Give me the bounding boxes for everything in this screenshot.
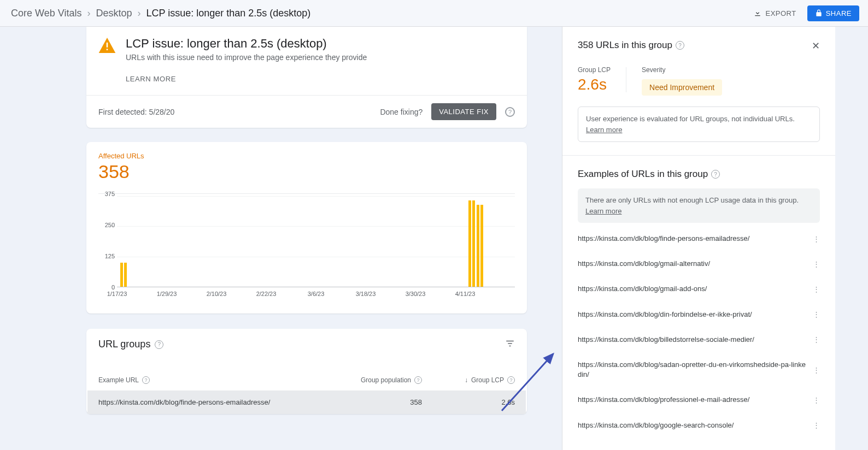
- url-group-row-url: https://kinsta.com/dk/blog/finde-persons…: [98, 398, 329, 406]
- more-icon[interactable]: ⋮: [812, 366, 820, 374]
- help-icon[interactable]: ?: [676, 41, 684, 50]
- filter-icon[interactable]: [505, 339, 515, 350]
- help-icon[interactable]: ?: [505, 107, 515, 117]
- details-panel-title: 358 URLs in this group ?: [578, 40, 684, 51]
- download-icon: [753, 9, 762, 17]
- example-url-text: https://kinsta.com/dk/blog/finde-persons…: [578, 234, 808, 244]
- example-url-row[interactable]: https://kinsta.com/dk/blog/professionel-…: [578, 387, 820, 412]
- affected-urls-count: 358: [98, 161, 515, 182]
- example-url-text: https://kinsta.com/dk/blog/din-forbindel…: [578, 310, 808, 319]
- help-icon[interactable]: ?: [142, 376, 150, 384]
- more-icon[interactable]: ⋮: [812, 285, 820, 293]
- details-panel: 358 URLs in this group ? ✕ Group LCP 2.6…: [562, 27, 835, 450]
- close-icon[interactable]: ✕: [812, 40, 820, 52]
- chart-plot: [117, 196, 515, 287]
- export-button[interactable]: EXPORT: [747, 5, 802, 21]
- top-actions: EXPORT SHARE: [747, 5, 859, 21]
- breadcrumbs: Core Web Vitals › Desktop › LCP issue: l…: [11, 8, 310, 19]
- warning-icon: [98, 38, 116, 83]
- issue-card: LCP issue: longer than 2.5s (desktop) UR…: [86, 27, 527, 128]
- details-metrics: Group LCP 2.6s Severity Need Improvement: [578, 66, 820, 96]
- help-icon[interactable]: ?: [414, 376, 422, 384]
- examples-section-title: Examples of URLs in this group ?: [578, 169, 820, 180]
- more-icon[interactable]: ⋮: [812, 335, 820, 344]
- example-url-text: https://kinsta.com/dk/blog/gmail-add-ons…: [578, 284, 808, 294]
- url-groups-card: URL groups ? Example URL ? Group populat…: [86, 329, 527, 414]
- more-icon[interactable]: ⋮: [812, 310, 820, 318]
- more-icon[interactable]: ⋮: [812, 235, 820, 243]
- chart-bar: [480, 205, 483, 287]
- more-icon[interactable]: ⋮: [812, 260, 820, 268]
- chart-y-axis: 0125250375: [98, 194, 117, 287]
- url-groups-title: URL groups ?: [98, 339, 163, 350]
- learn-more-link[interactable]: Learn more: [586, 126, 622, 134]
- chart-bar: [468, 200, 471, 287]
- url-group-row-lcp: 2.6s: [422, 398, 515, 406]
- learn-more-link[interactable]: LEARN MORE: [126, 75, 367, 83]
- learn-more-link[interactable]: Learn more: [585, 207, 621, 215]
- severity-metric: Severity Need Improvement: [642, 66, 722, 96]
- example-url-row[interactable]: https://kinsta.com/dk/blog/finde-persons…: [578, 226, 820, 251]
- group-lcp-value: 2.6s: [578, 76, 611, 93]
- example-url-text: https://kinsta.com/dk/blog/professionel-…: [578, 395, 808, 405]
- chart-bar: [120, 263, 123, 287]
- affected-urls-card: Affected URLs 358 0125250375 1/17/231/29…: [86, 142, 527, 313]
- metric-separator: [626, 67, 626, 92]
- url-group-row-pop: 358: [329, 398, 422, 406]
- example-url-row[interactable]: https://kinsta.com/dk/blog/gmail-add-ons…: [578, 276, 820, 301]
- main-column: LCP issue: longer than 2.5s (desktop) UR…: [35, 27, 527, 414]
- example-url-text: https://kinsta.com/dk/blog/sadan-oprette…: [578, 360, 808, 380]
- group-lcp-metric: Group LCP 2.6s: [578, 66, 611, 93]
- help-icon[interactable]: ?: [711, 170, 720, 179]
- more-icon[interactable]: ⋮: [812, 421, 820, 429]
- example-url-text: https://kinsta.com/dk/blog/gmail-alterna…: [578, 259, 808, 269]
- done-fixing-label: Done fixing?: [380, 108, 423, 116]
- share-button[interactable]: SHARE: [807, 5, 859, 21]
- usage-data-info-text: There are only URLs with not enough LCP …: [585, 196, 799, 204]
- issue-subtitle: URLs with this issue need to improve the…: [126, 53, 367, 62]
- svg-rect-1: [107, 49, 108, 50]
- example-url-row[interactable]: https://kinsta.com/dk/blog/din-forbindel…: [578, 302, 820, 327]
- affected-urls-chart: 0125250375 1/17/231/29/232/10/232/22/233…: [98, 193, 515, 303]
- sort-down-icon: ↓: [465, 376, 468, 384]
- col-example-url[interactable]: Example URL ?: [98, 376, 329, 384]
- main-scroll-area[interactable]: LCP issue: longer than 2.5s (desktop) UR…: [0, 27, 562, 450]
- col-example-url-label: Example URL: [98, 376, 139, 384]
- col-group-population-label: Group population: [361, 376, 411, 384]
- help-icon[interactable]: ?: [155, 340, 163, 349]
- validate-fix-button[interactable]: VALIDATE FIX: [431, 103, 496, 120]
- breadcrumb-desktop[interactable]: Desktop: [96, 8, 132, 19]
- col-group-population[interactable]: Group population ?: [329, 376, 422, 384]
- examples-section-title-text: Examples of URLs in this group: [578, 169, 708, 180]
- severity-label: Severity: [642, 66, 722, 74]
- first-detected-label: First detected: 5/28/20: [98, 108, 174, 116]
- breadcrumb-bar: Core Web Vitals › Desktop › LCP issue: l…: [0, 0, 868, 27]
- col-group-lcp[interactable]: ↓ Group LCP ?: [422, 376, 515, 384]
- example-url-row[interactable]: https://kinsta.com/dk/blog/billedstorrel…: [578, 327, 820, 352]
- issue-title: LCP issue: longer than 2.5s (desktop): [126, 37, 367, 51]
- example-url-row[interactable]: https://kinsta.com/dk/blog/gmail-alterna…: [578, 251, 820, 276]
- severity-badge: Need Improvement: [642, 79, 722, 96]
- chart-x-axis: 1/17/231/29/232/10/232/22/233/6/233/18/2…: [117, 291, 515, 303]
- chart-bar: [472, 200, 475, 287]
- breadcrumb-current: LCP issue: longer than 2.5s (desktop): [146, 8, 310, 19]
- svg-rect-0: [107, 43, 108, 48]
- group-lcp-label: Group LCP: [578, 66, 611, 74]
- more-icon[interactable]: ⋮: [812, 396, 820, 404]
- col-group-lcp-label: Group LCP: [471, 376, 504, 384]
- breadcrumb-core-web-vitals[interactable]: Core Web Vitals: [11, 8, 81, 19]
- chart-bar: [124, 263, 127, 287]
- url-group-row[interactable]: https://kinsta.com/dk/blog/finde-persons…: [87, 390, 526, 414]
- url-groups-title-text: URL groups: [98, 339, 150, 350]
- example-url-row[interactable]: https://kinsta.com/dk/blog/sadan-oprette…: [578, 352, 820, 387]
- chart-bar: [477, 205, 479, 287]
- affected-urls-label: Affected URLs: [98, 152, 515, 160]
- eval-info-text: User experience is evaluated for URL gro…: [586, 115, 795, 123]
- export-label: EXPORT: [765, 9, 796, 17]
- lock-icon: [815, 9, 823, 17]
- usage-data-info-box: There are only URLs with not enough LCP …: [578, 188, 820, 223]
- example-url-text: https://kinsta.com/dk/blog/billedstorrel…: [578, 335, 808, 345]
- example-url-row[interactable]: https://kinsta.com/dk/blog/google-search…: [578, 413, 820, 438]
- chevron-right-icon: ›: [137, 8, 140, 19]
- help-icon[interactable]: ?: [507, 376, 515, 384]
